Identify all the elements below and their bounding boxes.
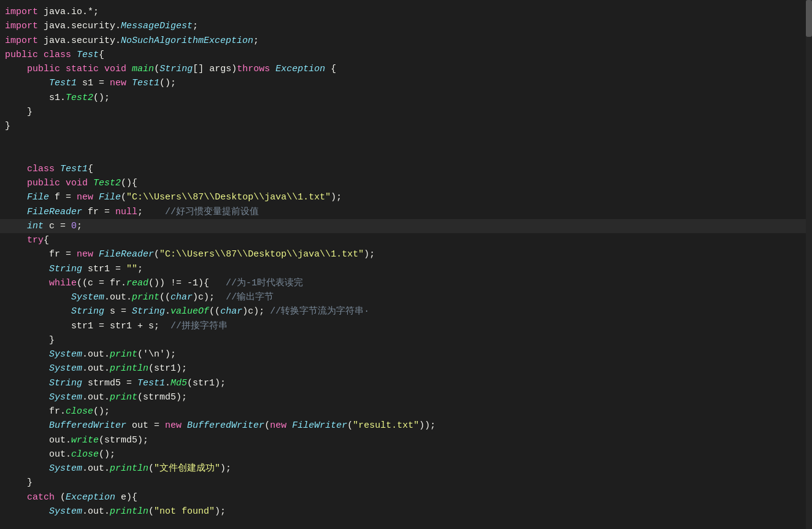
code-line: import java.io.*; xyxy=(0,5,812,19)
token-type-name: char xyxy=(170,290,193,304)
token-plain xyxy=(88,176,93,190)
token-plain: .out. xyxy=(82,361,110,376)
token-kw-new: new xyxy=(77,247,93,261)
token-plain xyxy=(5,190,27,204)
token-type-name: FileWriter xyxy=(292,419,347,433)
token-plain: )c); xyxy=(242,304,264,319)
code-line: System.out.println(str1); xyxy=(0,361,812,376)
code-line: out.close(); xyxy=(0,447,812,461)
token-plain: ((c = fr. xyxy=(77,276,126,290)
token-plain xyxy=(5,361,49,376)
token-plain: ( xyxy=(55,490,66,504)
token-plain: . xyxy=(165,304,170,319)
code-line: public void Test2(){ xyxy=(0,176,812,190)
code-line: int c = 0; xyxy=(0,219,812,233)
token-method-name: Md5 xyxy=(170,376,187,390)
token-plain: out xyxy=(49,447,66,461)
token-plain: (strmd5); xyxy=(99,433,148,447)
token-type-name: FileReader xyxy=(99,247,154,261)
code-line xyxy=(0,148,812,162)
token-plain: ); xyxy=(364,247,375,261)
code-line: import java.security.MessageDigest; xyxy=(0,19,812,33)
token-method-name: println xyxy=(110,361,148,376)
token-plain xyxy=(60,176,66,190)
token-str-val: "not found" xyxy=(154,504,215,519)
token-plain xyxy=(286,419,292,433)
token-type-name: Test1 xyxy=(132,76,159,90)
token-plain xyxy=(5,347,49,361)
token-str-val: "" xyxy=(126,262,137,276)
token-plain: (str1); xyxy=(148,361,187,376)
token-plain xyxy=(5,490,27,504)
code-line: } xyxy=(0,476,812,490)
token-type-name: File xyxy=(99,190,121,204)
token-plain xyxy=(5,205,27,219)
token-plain: = xyxy=(60,247,77,261)
token-kw-public: public xyxy=(5,48,38,62)
token-plain: ; xyxy=(253,34,259,48)
token-plain: java.security. xyxy=(38,19,121,33)
token-comment: //好习惯变量提前设值 xyxy=(143,205,259,219)
token-kw-catch: catch xyxy=(27,490,55,504)
token-str-val: "C:\\Users\\87\\Desktop\\java\\1.txt" xyxy=(126,190,331,204)
token-kw-import: import xyxy=(5,5,38,19)
token-plain: ( xyxy=(347,419,353,433)
token-plain xyxy=(5,504,49,519)
token-method-name: print xyxy=(132,290,159,304)
token-plain xyxy=(93,190,99,204)
token-plain: ()) != -1){ xyxy=(148,276,209,290)
token-plain: (); xyxy=(93,404,110,419)
token-method-name: Test2 xyxy=(93,176,121,190)
token-plain xyxy=(5,419,49,433)
token-plain xyxy=(5,91,49,105)
token-plain: (strmd5); xyxy=(137,390,187,404)
token-method-name: print xyxy=(110,390,137,404)
token-plain: } xyxy=(5,105,33,119)
token-plain: out = xyxy=(126,419,165,433)
token-type-name: Test xyxy=(77,48,99,62)
token-type-name: System xyxy=(71,290,104,304)
token-kw-class: class xyxy=(44,48,71,62)
token-plain: fr = xyxy=(82,205,115,219)
token-plain: { xyxy=(325,62,336,76)
scrollbar-thumb[interactable] xyxy=(806,0,812,37)
token-kw-public: public xyxy=(27,62,60,76)
token-type-name: Test1 xyxy=(49,76,77,90)
code-line: } xyxy=(0,333,812,347)
token-plain: ; xyxy=(193,19,198,33)
token-plain xyxy=(5,319,71,333)
token-plain xyxy=(5,447,49,461)
token-type-name: System xyxy=(49,390,82,404)
token-method-name: main xyxy=(132,62,154,76)
code-line: class Test1{ xyxy=(0,162,812,176)
token-plain xyxy=(5,404,49,419)
token-plain xyxy=(5,376,49,390)
token-plain: str1 = xyxy=(82,262,126,276)
code-line: } xyxy=(0,119,812,133)
code-line: String s = String.valueOf((char)c); //转换… xyxy=(0,304,812,319)
token-plain: strmd5 = xyxy=(82,376,137,390)
token-plain: java.io.*; xyxy=(38,5,99,19)
code-line: import java.security.NoSuchAlgorithmExce… xyxy=(0,34,812,48)
token-plain: fr xyxy=(49,404,60,419)
token-plain: .out. xyxy=(104,290,132,304)
token-plain: ('\n'); xyxy=(137,347,176,361)
token-kw-void: void xyxy=(104,62,126,76)
token-method-name: Test2 xyxy=(66,91,93,105)
token-plain: (str1); xyxy=(187,376,226,390)
token-type-name: FileReader xyxy=(27,205,82,219)
token-plain: (); xyxy=(93,91,110,105)
token-comment: //输出字节 xyxy=(215,290,274,304)
token-plain: ); xyxy=(331,190,342,204)
token-plain: ); xyxy=(220,461,231,476)
token-plain xyxy=(93,247,99,261)
token-type-name: Test1 xyxy=(137,376,165,390)
token-kw-void: void xyxy=(66,176,88,190)
token-type-name: System xyxy=(49,461,82,476)
token-plain: )); xyxy=(419,419,435,433)
code-line: System.out.print('\n'); xyxy=(0,347,812,361)
token-plain xyxy=(5,433,49,447)
token-plain xyxy=(38,48,44,62)
code-line: catch (Exception e){ xyxy=(0,490,812,504)
scrollbar[interactable] xyxy=(806,0,812,529)
